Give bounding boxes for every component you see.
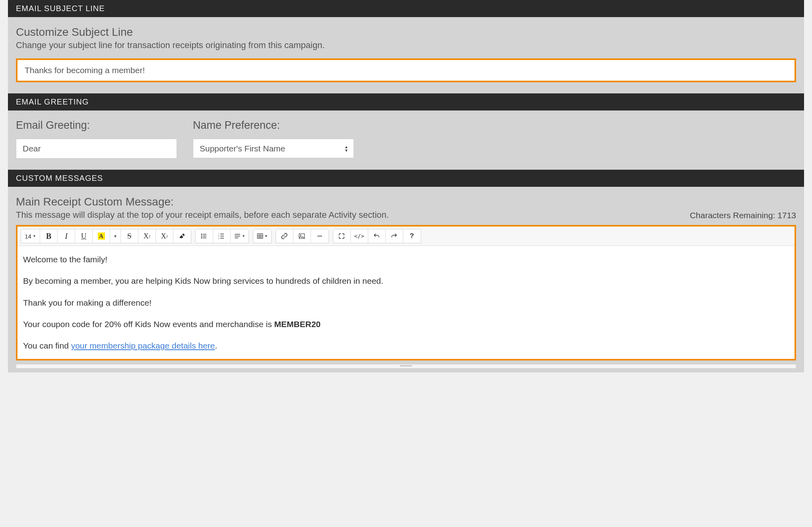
page-container: EMAIL SUBJECT LINE Customize Subject Lin… [8,0,804,372]
svg-rect-9 [220,236,224,236]
name-pref-label: Name Preference: [193,119,354,132]
svg-rect-7 [220,234,224,234]
membership-details-link[interactable]: your membership package details here [71,341,215,350]
horizontal-rule-button[interactable] [311,229,328,243]
section-body-custom-messages: Main Receipt Custom Message: This messag… [8,187,804,364]
svg-rect-1 [203,234,206,235]
ordered-list-button[interactable]: 123 [213,229,231,243]
paragraph-icon [234,232,241,240]
unordered-list-button[interactable] [196,229,213,243]
underline-button[interactable]: U [75,229,93,243]
eraser-icon [179,232,186,240]
table-icon [256,232,264,240]
section-header-custom-messages: CUSTOM MESSAGES [8,170,804,187]
ol-icon: 123 [218,232,225,240]
editor-content-area[interactable]: Welcome to the family! By becoming a mem… [17,246,795,359]
section-header-email-subject: EMAIL SUBJECT LINE [8,0,804,17]
subject-desc: Change your subject line for transaction… [16,40,796,50]
link-icon [281,232,288,240]
strikethrough-button[interactable]: S [121,229,138,243]
section-header-email-greeting: EMAIL GREETING [8,93,804,110]
custom-msg-desc: This message will display at the top of … [16,210,389,220]
section-body-email-subject: Customize Subject Line Change your subje… [8,17,804,93]
subject-input-highlight [16,58,796,82]
rich-editor: 14▼ B I U A ▼ S X2 X2 [16,225,796,360]
minus-icon [316,232,323,240]
svg-rect-15 [257,234,263,238]
table-button[interactable]: ▼ [253,229,271,243]
editor-line: Your coupon code for 20% off Kids Now ev… [23,319,789,330]
editor-toolbar: 14▼ B I U A ▼ S X2 X2 [17,227,795,246]
name-pref-select[interactable]: Supporter's First Name [193,139,354,158]
svg-text:3: 3 [218,237,220,240]
svg-rect-12 [235,234,240,235]
svg-point-2 [201,236,202,237]
font-color-dropdown-button[interactable]: ▼ [110,229,121,243]
subject-input[interactable] [17,60,795,81]
editor-line: By becoming a member, you are helping Ki… [23,275,789,287]
chars-remaining: Characters Remaining: 1713 [690,211,796,220]
editor-line: Thank you for making a difference! [23,297,789,308]
font-color-button[interactable]: A [93,229,110,243]
font-size-button[interactable]: 14▼ [21,229,40,243]
svg-rect-3 [203,236,206,236]
svg-rect-22 [317,236,322,236]
svg-rect-13 [235,236,240,236]
code-view-button[interactable]: </> [351,229,368,243]
paragraph-format-button[interactable]: ▼ [231,229,249,243]
superscript-button[interactable]: X2 [138,229,156,243]
italic-button[interactable]: I [58,229,75,243]
greeting-label: Email Greeting: [16,119,177,132]
svg-point-0 [201,234,202,235]
expand-icon [338,232,345,240]
image-button[interactable] [293,229,311,243]
svg-rect-5 [203,238,206,238]
undo-icon [373,232,380,240]
editor-line: You can find your membership package det… [23,340,789,351]
svg-rect-11 [220,238,224,239]
subject-title: Customize Subject Line [16,26,796,39]
link-button[interactable] [276,229,293,243]
greeting-input[interactable] [16,139,177,159]
svg-point-21 [300,234,301,236]
ul-icon [200,232,208,240]
eraser-button[interactable] [173,229,191,243]
svg-rect-14 [235,238,238,238]
subscript-button[interactable]: X2 [156,229,173,243]
undo-button[interactable] [368,229,386,243]
image-icon [298,232,305,240]
redo-icon [390,232,398,240]
fullscreen-button[interactable] [333,229,351,243]
svg-point-4 [201,237,202,238]
editor-resize-handle[interactable] [16,364,796,368]
redo-button[interactable] [386,229,403,243]
section-body-email-greeting: Email Greeting: Name Preference: Support… [8,110,804,170]
help-button[interactable]: ? [403,229,421,243]
editor-line: Welcome to the family! [23,254,789,265]
custom-msg-title: Main Receipt Custom Message: [16,196,389,208]
bold-button[interactable]: B [40,229,58,243]
